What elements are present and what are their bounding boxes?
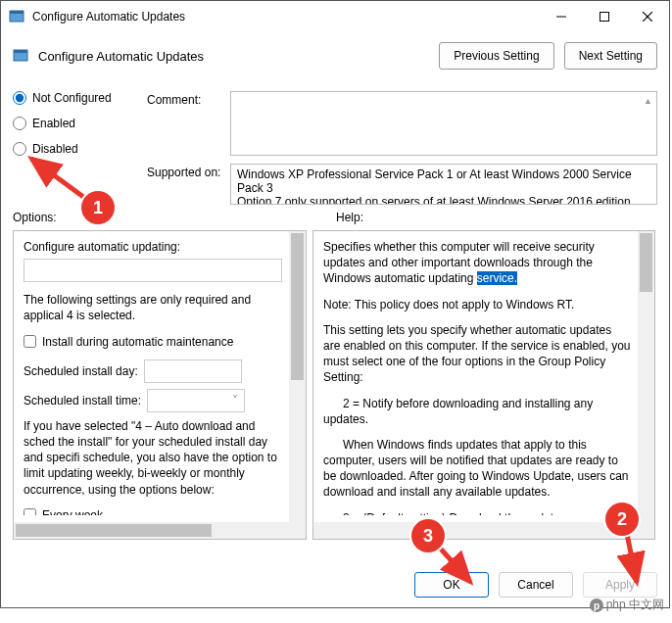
- help-p4: When Windows finds updates that apply to…: [323, 437, 631, 501]
- help-p1a: Specifies whether this computer will rec…: [323, 240, 595, 285]
- window-title: Configure Automatic Updates: [32, 10, 540, 24]
- chevron-down-icon: ˅: [232, 393, 238, 408]
- titlebar: Configure Automatic Updates: [1, 1, 669, 32]
- dialog-window: Configure Automatic Updates Configure Au…: [0, 0, 670, 608]
- help-opt3: 3 = (Default setting) Download the updat…: [323, 510, 631, 515]
- svg-rect-3: [600, 13, 609, 22]
- options-vertical-scrollbar[interactable]: [289, 231, 306, 522]
- header-row: Configure Automatic Updates Previous Set…: [1, 32, 669, 79]
- help-label: Help:: [336, 211, 363, 224]
- minimize-button[interactable]: [540, 2, 583, 31]
- configure-updating-label: Configure automatic updating:: [24, 239, 282, 255]
- comment-label: Comment:: [147, 91, 230, 156]
- annotation-arrow-3: [433, 541, 492, 599]
- radio-label: Enabled: [32, 117, 75, 130]
- svg-line-10: [438, 546, 470, 582]
- annotation-badge-1: 1: [81, 191, 115, 224]
- help-p2: Note: This policy does not apply to Wind…: [323, 297, 631, 312]
- every-week-checkbox[interactable]: Every week: [24, 507, 282, 515]
- annotation-arrow-2: [609, 529, 658, 598]
- supported-label: Supported on:: [147, 164, 230, 205]
- scheduled-day-select[interactable]: [144, 359, 242, 383]
- svg-rect-1: [10, 11, 24, 14]
- comment-textarea[interactable]: ▲: [230, 91, 657, 156]
- footer: OK Cancel Apply: [1, 562, 669, 607]
- annotation-badge-3: 3: [411, 519, 445, 552]
- supported-text: Windows XP Professional Service Pack 1 o…: [237, 168, 632, 205]
- radio-enabled[interactable]: Enabled: [13, 117, 147, 130]
- options-label: Options:: [13, 211, 336, 224]
- policy-icon: [13, 48, 28, 64]
- options-horizontal-scrollbar[interactable]: [14, 522, 289, 539]
- annotation-badge-2: 2: [605, 503, 639, 536]
- options-panel: Configure automatic updating: The follow…: [13, 230, 307, 540]
- close-button[interactable]: [626, 2, 669, 31]
- checkbox-label: Install during automatic maintenance: [42, 334, 233, 350]
- scheduled-time-select[interactable]: ˅: [147, 389, 245, 412]
- help-panel: Specifies whether this computer will rec…: [312, 230, 655, 540]
- checkbox-label: Every week: [42, 507, 103, 515]
- scheduled-day-label: Scheduled install day:: [24, 363, 138, 379]
- help-opt2: 2 = Notify before downloading and instal…: [323, 396, 631, 427]
- options-note: The following settings are only required…: [24, 292, 282, 323]
- help-p3: This setting lets you specify whether au…: [323, 322, 631, 386]
- scheduled-time-label: Scheduled install time:: [24, 393, 141, 408]
- supported-on-box: Windows XP Professional Service Pack 1 o…: [230, 164, 657, 205]
- scroll-up-icon[interactable]: ▲: [642, 94, 654, 107]
- window-buttons: [540, 2, 669, 31]
- help-horizontal-scrollbar[interactable]: [313, 522, 638, 539]
- next-setting-button[interactable]: Next Setting: [564, 42, 657, 70]
- page-title: Configure Automatic Updates: [38, 49, 439, 64]
- help-highlighted-text: service.: [477, 271, 517, 285]
- options-schedule-note: If you have selected "4 – Auto download …: [24, 418, 282, 498]
- svg-rect-7: [14, 50, 27, 53]
- help-vertical-scrollbar[interactable]: [638, 231, 654, 522]
- previous-setting-button[interactable]: Previous Setting: [439, 42, 553, 70]
- cancel-button[interactable]: Cancel: [499, 572, 573, 598]
- radio-label: Not Configured: [32, 91, 112, 105]
- svg-line-9: [627, 534, 637, 582]
- radio-not-configured[interactable]: Not Configured: [13, 91, 147, 105]
- dialog-body: Not Configured Enabled Disabled Comment:…: [1, 79, 669, 562]
- svg-line-8: [31, 159, 90, 202]
- configure-updating-select[interactable]: [24, 259, 282, 282]
- install-during-maintenance-checkbox[interactable]: Install during automatic maintenance: [24, 334, 282, 350]
- app-icon: [9, 9, 24, 24]
- maximize-button[interactable]: [583, 2, 626, 31]
